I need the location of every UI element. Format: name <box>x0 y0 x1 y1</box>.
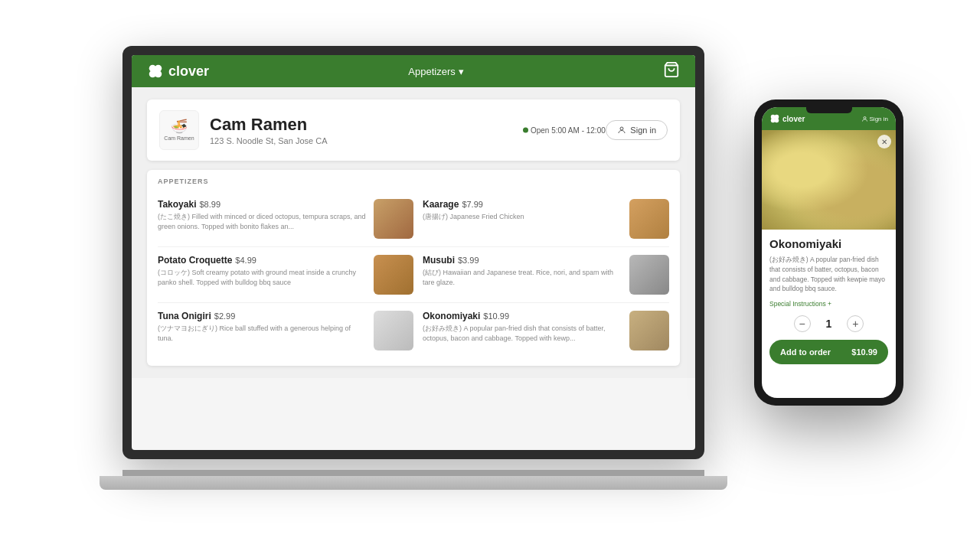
clover-logo: clover <box>147 63 209 80</box>
scene: clover Appetizers ▾ <box>0 0 980 551</box>
restaurant-bowl-icon: 🍜 <box>171 119 188 135</box>
section-label: APPETIZERS <box>158 178 669 185</box>
phone-signin-label: Sign in <box>870 116 888 122</box>
phone-dish-name: Okonomiyaki <box>769 237 888 250</box>
cart-button[interactable] <box>663 61 680 82</box>
phone-dish-desc: (お好み焼き) A popular pan-fried dish that co… <box>769 255 888 294</box>
laptop-base <box>100 476 727 490</box>
status-dot-icon <box>523 128 528 133</box>
item-name: Okonomiyaki <box>423 311 480 321</box>
item-price: $7.99 <box>462 200 483 209</box>
menu-item-left: Musubi $3.99 (結び) Hawaiian and Japanese … <box>423 255 623 287</box>
item-image <box>629 199 669 239</box>
phone-frame: clover Sign in ✕ Okonomiyaki (お好み焼き) A p… <box>754 99 903 406</box>
phone-special-instructions[interactable]: Special Instructions + <box>769 300 888 308</box>
item-image <box>374 311 413 350</box>
phone-close-button[interactable]: ✕ <box>877 135 891 148</box>
item-name: Kaarage <box>423 199 459 210</box>
item-desc: (唐揚げ) Japanese Fried Chicken <box>423 212 623 222</box>
item-name: Potato Croquette <box>158 255 232 266</box>
item-desc: (結び) Hawaiian and Japanese treat. Rice, … <box>423 268 623 287</box>
clover-icon <box>147 63 164 80</box>
menu-item[interactable]: Kaarage $7.99 (唐揚げ) Japanese Fried Chick… <box>413 191 669 247</box>
laptop-screen: clover Appetizers ▾ <box>132 55 695 450</box>
quantity-decrease-button[interactable]: − <box>794 315 811 332</box>
restaurant-name: Cam Ramen <box>210 115 327 135</box>
menu-item-left: Potato Croquette $4.99 (コロッケ) Soft cream… <box>158 255 368 287</box>
laptop-device: clover Appetizers ▾ <box>122 46 704 490</box>
menu-item[interactable]: Musubi $3.99 (結び) Hawaiian and Japanese … <box>413 247 669 303</box>
nav-appetizers[interactable]: Appetizers ▾ <box>408 66 463 77</box>
restaurant-logo: 🍜 Cam Ramen <box>159 110 199 150</box>
add-to-order-button[interactable]: Add to order $10.99 <box>769 340 888 364</box>
phone-clover-icon <box>769 113 780 124</box>
item-price: $4.99 <box>235 256 256 265</box>
svg-point-6 <box>620 127 623 130</box>
svg-rect-4 <box>154 70 157 77</box>
add-to-order-label: Add to order <box>780 347 831 357</box>
phone-logo: clover <box>769 113 805 124</box>
restaurant-address: 123 S. Noodle St, San Jose CA <box>210 136 327 145</box>
quantity-value: 1 <box>826 318 832 330</box>
item-name: Takoyaki <box>158 199 196 210</box>
menu-item[interactable]: Tuna Onigiri $2.99 (ツナマヨおにぎり) Rice ball … <box>158 303 413 358</box>
menu-item-left: Takoyaki $8.99 (たこ焼き) Filled with minced… <box>158 199 368 231</box>
phone-quantity-row: − 1 + <box>769 315 888 332</box>
item-price: $8.99 <box>199 200 220 209</box>
item-desc: (コロッケ) Soft creamy potato with ground me… <box>158 268 368 287</box>
app-header: clover Appetizers ▾ <box>132 55 695 87</box>
phone-dish-image: ✕ <box>762 130 896 230</box>
phone-notch <box>806 107 852 113</box>
restaurant-logo-text: Cam Ramen <box>164 135 194 142</box>
phone-brand-name: clover <box>782 115 805 123</box>
item-price: $10.99 <box>483 311 509 321</box>
menu-item-left: Okonomiyaki $10.99 (お好み焼き) A popular pan… <box>423 311 623 343</box>
phone-screen: clover Sign in ✕ Okonomiyaki (お好み焼き) A p… <box>762 107 896 398</box>
item-image <box>629 255 669 295</box>
menu-grid: Takoyaki $8.99 (たこ焼き) Filled with minced… <box>158 191 669 358</box>
quantity-increase-button[interactable]: + <box>847 315 864 332</box>
restaurant-status: Open 5:00 AM - 12:00 AM <box>523 126 619 135</box>
phone-device: clover Sign in ✕ Okonomiyaki (お好み焼き) A p… <box>754 99 903 406</box>
item-image <box>374 199 413 239</box>
item-price: $3.99 <box>458 256 479 265</box>
menu-section: APPETIZERS Takoyaki $8.99 (たこ焼き) Filled … <box>147 170 680 366</box>
menu-item[interactable]: Takoyaki $8.99 (たこ焼き) Filled with minced… <box>158 191 413 247</box>
svg-point-10 <box>774 118 779 122</box>
item-name: Musubi <box>423 255 455 266</box>
laptop-hinge <box>122 470 704 476</box>
laptop-frame: clover Appetizers ▾ <box>122 46 704 459</box>
restaurant-info: Cam Ramen 123 S. Noodle St, San Jose CA <box>210 115 327 145</box>
app-body: 🍜 Cam Ramen Cam Ramen 123 S. Noodle St, … <box>132 87 695 378</box>
item-desc: (お好み焼き) A popular pan-fried dish that co… <box>423 324 623 343</box>
nav-arrow-icon: ▾ <box>459 66 464 77</box>
item-desc: (たこ焼き) Filled with minced or diced octop… <box>158 212 368 231</box>
item-image <box>374 255 413 295</box>
menu-item-left: Kaarage $7.99 (唐揚げ) Japanese Fried Chick… <box>423 199 623 222</box>
menu-item-left: Tuna Onigiri $2.99 (ツナマヨおにぎり) Rice ball … <box>158 311 368 343</box>
sign-in-button[interactable]: Sign in <box>606 120 668 140</box>
sign-in-label: Sign in <box>630 126 656 135</box>
phone-signin-button[interactable]: Sign in <box>861 116 888 122</box>
svg-point-11 <box>864 116 866 119</box>
item-image <box>629 311 669 350</box>
add-to-order-price: $10.99 <box>851 347 877 357</box>
phone-food-visual <box>762 130 896 230</box>
restaurant-header: 🍜 Cam Ramen Cam Ramen 123 S. Noodle St, … <box>147 99 680 161</box>
item-name: Tuna Onigiri <box>158 311 211 321</box>
item-price: $2.99 <box>214 311 236 321</box>
item-desc: (ツナマヨおにぎり) Rice ball stuffed with a gene… <box>158 324 368 343</box>
menu-item[interactable]: Potato Croquette $4.99 (コロッケ) Soft cream… <box>158 247 413 303</box>
nav-label: Appetizers <box>408 66 455 77</box>
brand-name: clover <box>168 64 209 80</box>
menu-item[interactable]: Okonomiyaki $10.99 (お好み焼き) A popular pan… <box>413 303 669 358</box>
phone-content: Okonomiyaki (お好み焼き) A popular pan-fried … <box>762 230 896 398</box>
